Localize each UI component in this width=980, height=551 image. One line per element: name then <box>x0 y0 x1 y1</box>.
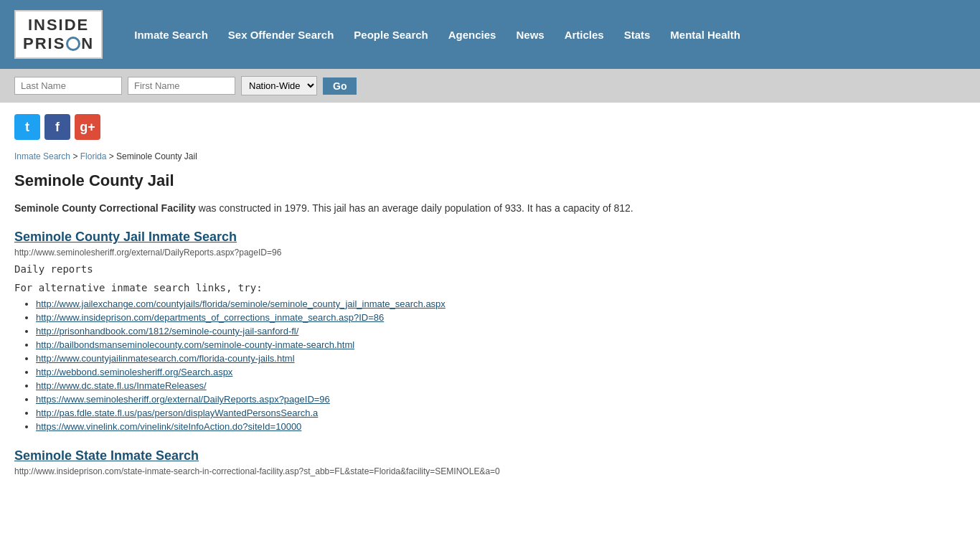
logo-prison-text: PRISN <box>23 34 94 53</box>
list-item: http://webbond.seminolesheriff.org/Searc… <box>36 366 918 377</box>
description-rest: was constructed in 1979. This jail has a… <box>196 202 633 214</box>
googleplus-icon: g+ <box>80 120 95 135</box>
nav-agencies[interactable]: Agencies <box>438 26 507 44</box>
list-item: http://bailbondsmanseminolecounty.com/se… <box>36 339 918 350</box>
daily-reports-label: Daily reports <box>14 263 918 275</box>
alt-link-7[interactable]: http://www.dc.state.fl.us/InmateReleases… <box>36 380 207 391</box>
section1-url: http://www.seminolesheriff.org/external/… <box>14 248 918 258</box>
list-item: http://www.dc.state.fl.us/InmateReleases… <box>36 380 918 391</box>
alt-link-2[interactable]: http://www.insideprison.com/departments_… <box>36 312 384 323</box>
first-name-input[interactable] <box>128 77 235 95</box>
facebook-button[interactable]: f <box>44 114 70 140</box>
section2-url: http://www.insideprison.com/state-inmate… <box>14 466 918 476</box>
search-bar: Nation-Wide Go <box>0 69 980 103</box>
social-icons: t f g+ <box>14 114 918 140</box>
breadcrumb-inmate-search[interactable]: Inmate Search <box>14 151 70 161</box>
nav-people-search[interactable]: People Search <box>344 26 438 44</box>
site-logo[interactable]: INSIDE PRISN <box>14 10 103 59</box>
last-name-input[interactable] <box>14 77 122 95</box>
list-item: http://pas.fdle.state.fl.us/pas/person/d… <box>36 407 918 418</box>
list-item: http://www.jailexchange.com/countyjails/… <box>36 298 918 309</box>
nav-mental-health[interactable]: Mental Health <box>660 26 750 44</box>
alt-link-10[interactable]: https://www.vinelink.com/vinelink/siteIn… <box>36 421 301 432</box>
nav-articles[interactable]: Articles <box>555 26 614 44</box>
page-description: Seminole County Correctional Facility wa… <box>14 200 918 216</box>
alt-link-4[interactable]: http://bailbondsmanseminolecounty.com/se… <box>36 339 354 350</box>
list-item: https://www.vinelink.com/vinelink/siteIn… <box>36 420 918 432</box>
main-nav: Inmate Search Sex Offender Search People… <box>124 26 750 44</box>
alt-links-intro: For alternative inmate search links, try… <box>14 282 918 293</box>
nav-sex-offender[interactable]: Sex Offender Search <box>218 26 344 44</box>
list-item: http://prisonhandbook.com/1812/seminole-… <box>36 325 918 336</box>
alt-link-9[interactable]: http://pas.fdle.state.fl.us/pas/person/d… <box>36 408 318 418</box>
breadcrumb-florida[interactable]: Florida <box>80 151 107 161</box>
list-item: http://www.countyjailinmatesearch.com/fl… <box>36 352 918 364</box>
nav-inmate-search[interactable]: Inmate Search <box>124 26 218 44</box>
region-select[interactable]: Nation-Wide <box>241 76 317 95</box>
go-button[interactable]: Go <box>323 77 357 95</box>
alt-link-1[interactable]: http://www.jailexchange.com/countyjails/… <box>36 298 446 309</box>
twitter-button[interactable]: t <box>14 114 40 140</box>
page-title: Seminole County Jail <box>14 171 918 190</box>
section1-heading: Seminole County Jail Inmate Search <box>14 227 918 245</box>
facebook-icon: f <box>55 120 60 135</box>
alt-link-5[interactable]: http://www.countyjailinmatesearch.com/fl… <box>36 353 295 364</box>
breadcrumb-separator2: > <box>109 151 116 161</box>
logo-inside-text: INSIDE <box>23 16 94 34</box>
section2-link[interactable]: Seminole State Inmate Search <box>14 448 199 463</box>
list-item: http://www.insideprison.com/departments_… <box>36 311 918 323</box>
breadcrumb-separator1: > <box>72 151 80 161</box>
site-header: INSIDE PRISN Inmate Search Sex Offender … <box>0 0 980 69</box>
nav-stats[interactable]: Stats <box>614 26 661 44</box>
googleplus-button[interactable]: g+ <box>75 114 100 140</box>
alt-link-3[interactable]: http://prisonhandbook.com/1812/seminole-… <box>36 326 298 336</box>
breadcrumb-current: Seminole County Jail <box>116 151 197 161</box>
section2-heading: Seminole State Inmate Search <box>14 446 918 463</box>
breadcrumb: Inmate Search > Florida > Seminole Count… <box>14 151 918 161</box>
list-item: https://www.seminolesheriff.org/external… <box>36 393 918 405</box>
main-content: t f g+ Inmate Search > Florida > Seminol… <box>0 103 933 488</box>
facility-name: Seminole County Correctional Facility <box>14 202 196 214</box>
nav-news[interactable]: News <box>506 26 554 44</box>
alt-link-6[interactable]: http://webbond.seminolesheriff.org/Searc… <box>36 367 232 377</box>
alt-links-list: http://www.jailexchange.com/countyjails/… <box>14 298 918 432</box>
alt-link-8[interactable]: https://www.seminolesheriff.org/external… <box>36 394 330 405</box>
section1-link[interactable]: Seminole County Jail Inmate Search <box>14 230 237 244</box>
twitter-icon: t <box>25 120 29 135</box>
